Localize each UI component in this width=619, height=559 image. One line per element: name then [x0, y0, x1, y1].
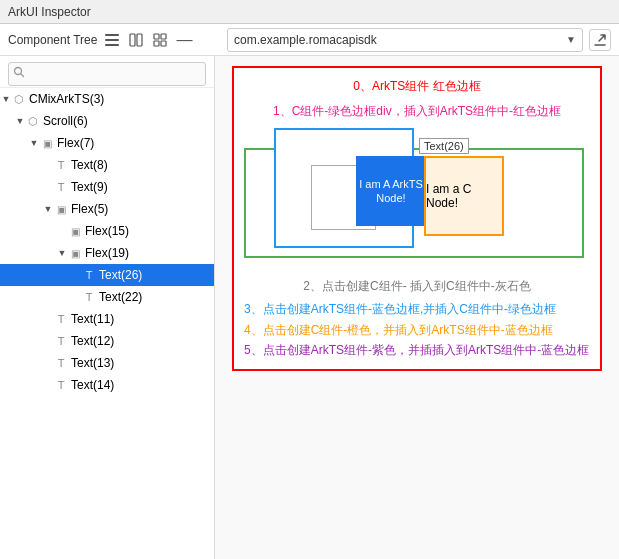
c-node-orange-box: I am a C Node! — [424, 156, 504, 236]
main-area: ▼ ⬡ CMixArkTS(3) ▼ ⬡ Scroll(6) ▼ ▣ Flex(… — [0, 56, 619, 559]
svg-rect-2 — [105, 44, 119, 46]
tree-node-Flex7[interactable]: ▼ ▣ Flex(7) — [0, 132, 214, 154]
text-icon-13: T — [54, 356, 68, 370]
toggle-CMixArkTS3: ▼ — [0, 93, 12, 105]
package-dropdown[interactable]: com.example.romacapisdk ▼ — [227, 28, 583, 52]
tree-node-Text26[interactable]: T Text(26) — [0, 264, 214, 286]
tree-node-CMixArkTS3[interactable]: ▼ ⬡ CMixArkTS(3) — [0, 88, 214, 110]
diagram-inner-area: Text(26) I am A ArkTS Node! I am a C Nod… — [244, 128, 590, 268]
svg-rect-6 — [161, 34, 166, 39]
label-Flex19: Flex(19) — [85, 246, 129, 260]
search-input[interactable] — [8, 62, 206, 86]
search-box — [0, 56, 214, 88]
flex-icon-15: ▣ — [68, 224, 82, 238]
text-icon-26: T — [82, 268, 96, 282]
label-Text12: Text(12) — [71, 334, 114, 348]
svg-rect-3 — [130, 34, 135, 46]
tree-node-Text9[interactable]: T Text(9) — [0, 176, 214, 198]
toolbar-right: com.example.romacapisdk ▼ — [227, 28, 611, 52]
tree-node-Text13[interactable]: T Text(13) — [0, 352, 214, 374]
toggle-Flex5: ▼ — [42, 203, 54, 215]
component-icon-CMixArkTS3: ⬡ — [12, 92, 26, 106]
flex-icon-19: ▣ — [68, 246, 82, 260]
app-title: ArkUI Inspector — [8, 5, 91, 19]
diagram-line-2: 2、点击创建C组件- 插入到C组件中-灰石色 — [244, 278, 590, 295]
label-Flex15: Flex(15) — [85, 224, 129, 238]
title-bar: ArkUI Inspector — [0, 0, 619, 24]
tree-node-Flex5[interactable]: ▼ ▣ Flex(5) — [0, 198, 214, 220]
tree-node-Flex15[interactable]: ▣ Flex(15) — [0, 220, 214, 242]
label-Text22: Text(22) — [99, 290, 142, 304]
toolbar: Component Tree — com.exam — [0, 24, 619, 56]
export-button[interactable] — [589, 29, 611, 51]
label-CMixArkTS3: CMixArkTS(3) — [29, 92, 104, 106]
label-Text11: Text(11) — [71, 312, 114, 326]
scroll-icon: ⬡ — [26, 114, 40, 128]
list-icon[interactable] — [103, 31, 121, 49]
label-Text8: Text(8) — [71, 158, 108, 172]
diagram-line-4: 4、点击创建C组件-橙色，并插入到ArkTS组件中-蓝色边框 — [244, 322, 590, 339]
dropdown-arrow-icon: ▼ — [566, 34, 576, 45]
svg-rect-1 — [105, 39, 119, 41]
toggle-Flex7: ▼ — [28, 137, 40, 149]
tree-node-Text22[interactable]: T Text(22) — [0, 286, 214, 308]
label-Text26: Text(26) — [99, 268, 142, 282]
tree-node-Text14[interactable]: T Text(14) — [0, 374, 214, 396]
toggle-Scroll6: ▼ — [14, 115, 26, 127]
c-node-text: I am a C Node! — [426, 182, 502, 210]
svg-rect-4 — [137, 34, 142, 46]
text-icon-14: T — [54, 378, 68, 392]
grid-icon[interactable] — [151, 31, 169, 49]
text-icon-22: T — [82, 290, 96, 304]
arkts-node-text: I am A ArkTS Node! — [356, 177, 426, 206]
diagram-line-0: 0、ArkTS组件 红色边框 — [244, 78, 590, 95]
diagram-line-3: 3、点击创建ArkTS组件-蓝色边框,并插入C组件中-绿色边框 — [244, 301, 590, 318]
toolbar-left: Component Tree — — [8, 31, 223, 49]
svg-rect-8 — [161, 41, 166, 46]
arkts-node-box[interactable]: I am A ArkTS Node! — [356, 156, 426, 226]
diagram-line-1: 1、C组件-绿色边框div，插入到ArkTS组件中-红色边框 — [244, 103, 590, 120]
tree-node-Flex19[interactable]: ▼ ▣ Flex(19) — [0, 242, 214, 264]
svg-rect-0 — [105, 34, 119, 36]
label-Text13: Text(13) — [71, 356, 114, 370]
toggle-Flex19: ▼ — [56, 247, 68, 259]
tree-node-Text11[interactable]: T Text(11) — [0, 308, 214, 330]
minus-icon[interactable]: — — [175, 31, 193, 49]
text-icon-11: T — [54, 312, 68, 326]
diagram-outer-box: 0、ArkTS组件 红色边框 1、C组件-绿色边框div，插入到ArkTS组件中… — [232, 66, 602, 371]
tree-node-Scroll6[interactable]: ▼ ⬡ Scroll(6) — [0, 110, 214, 132]
tree-container: ▼ ⬡ CMixArkTS(3) ▼ ⬡ Scroll(6) ▼ ▣ Flex(… — [0, 88, 214, 559]
svg-rect-7 — [154, 41, 159, 46]
tree-node-Text12[interactable]: T Text(12) — [0, 330, 214, 352]
diagram-line-5: 5、点击创建ArkTS组件-紫色，并插插入到ArkTS组件中-蓝色边框 — [244, 342, 590, 359]
tree-node-Text8[interactable]: T Text(8) — [0, 154, 214, 176]
flex-icon-5: ▣ — [54, 202, 68, 216]
package-name: com.example.romacapisdk — [234, 33, 377, 47]
svg-rect-5 — [154, 34, 159, 39]
split-icon[interactable] — [127, 31, 145, 49]
component-tree-label: Component Tree — [8, 33, 97, 47]
diagram: 0、ArkTS组件 红色边框 1、C组件-绿色边框div，插入到ArkTS组件中… — [232, 66, 602, 371]
right-panel: 0、ArkTS组件 红色边框 1、C组件-绿色边框div，插入到ArkTS组件中… — [215, 56, 619, 559]
text-icon-9: T — [54, 180, 68, 194]
text-icon-12: T — [54, 334, 68, 348]
label-Text9: Text(9) — [71, 180, 108, 194]
label-Flex7: Flex(7) — [57, 136, 94, 150]
text-icon-8: T — [54, 158, 68, 172]
label-Flex5: Flex(5) — [71, 202, 108, 216]
left-panel: ▼ ⬡ CMixArkTS(3) ▼ ⬡ Scroll(6) ▼ ▣ Flex(… — [0, 56, 215, 559]
label-Text14: Text(14) — [71, 378, 114, 392]
label-Scroll6: Scroll(6) — [43, 114, 88, 128]
flex-icon-7: ▣ — [40, 136, 54, 150]
text26-badge: Text(26) — [419, 138, 469, 154]
